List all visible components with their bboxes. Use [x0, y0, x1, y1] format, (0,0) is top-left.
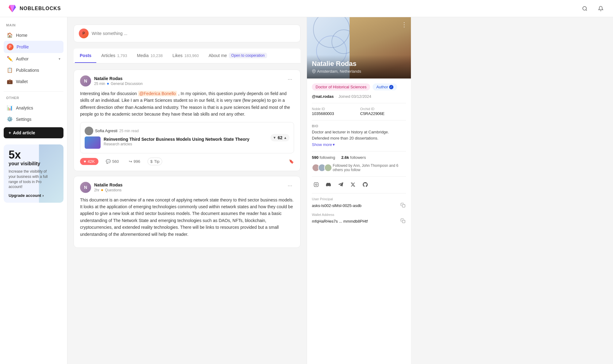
tab-about[interactable]: About me Open to cooperation [204, 48, 272, 63]
github-icon[interactable] [361, 180, 370, 189]
topbar: NOBLEBLOCKS [0, 0, 613, 17]
show-more-label: Show more [312, 142, 332, 147]
post-avatar-1: N [80, 75, 91, 86]
tab-articles-label: Articles [101, 53, 115, 58]
badges-row: Doctor of Historical Sciences Author ✓ [312, 83, 406, 90]
sidebar-main-label: MAIN [6, 23, 61, 27]
tip-label: Tip [154, 159, 160, 164]
copy-wallet-button[interactable] [400, 218, 406, 225]
profile-name: Natalie Rodas [312, 60, 406, 68]
tab-posts-label: Posts [80, 53, 91, 58]
right-panel-body: Doctor of Historical Sciences Author ✓ @… [307, 79, 411, 233]
user-principal-value-row: asks-ls002-slMsl-0025-asdb [312, 202, 406, 209]
comment-count-1: 560 [112, 159, 119, 164]
follower-avatars [312, 164, 330, 172]
copy-icon [400, 203, 405, 208]
post-author-name-1: Natalie Rodas [94, 76, 143, 81]
wallet-address-value-row: mfqHaRHes7s ... mmmdb8PHtf [312, 218, 406, 225]
promo-card: 5x your visibility Increase the visibili… [4, 144, 63, 203]
orchid-id-block: Orchid ID C5RA22906E [360, 107, 406, 116]
noble-id-block: Noble ID 1035680003 [312, 107, 358, 116]
like-button-1[interactable]: ♥ 42K [80, 158, 98, 165]
search-button[interactable] [580, 4, 590, 13]
twitter-icon[interactable] [349, 180, 357, 189]
heart-icon: ♥ [84, 159, 86, 164]
upgrade-link[interactable]: Upgrade account › [9, 193, 59, 198]
following-count: 590 [312, 155, 319, 160]
profile-header-menu-button[interactable]: ⋮ [401, 21, 407, 28]
wallet-address-value: mfqHaRHes7s ... mmmdb8PHtf [312, 219, 368, 224]
tab-articles-count: 1,793 [117, 53, 127, 58]
sidebar: MAIN 🏠 Home P Profile ✏️ Author ▾ 📋 Publ… [0, 17, 67, 364]
instagram-icon[interactable] [312, 180, 320, 189]
sidebar-item-profile[interactable]: P Profile [4, 41, 63, 53]
tip-button-1[interactable]: $ Tip [148, 158, 162, 165]
post-category-1: General Discussion [111, 82, 143, 86]
share-button-1[interactable]: ↪ 996 [126, 158, 143, 165]
copy-principal-button[interactable] [400, 202, 406, 209]
dot-separator: · [335, 94, 337, 99]
comment-button-1[interactable]: 💬 560 [103, 158, 121, 165]
tab-media[interactable]: Media 10,238 [132, 49, 168, 63]
tab-media-count: 10,238 [151, 53, 163, 58]
sidebar-item-wallet[interactable]: 💼 Wallet [4, 76, 63, 87]
sidebar-item-analytics[interactable]: 📊 Analytics [4, 102, 63, 113]
vote-up-button-1[interactable]: ▴ [284, 135, 286, 140]
app-name: NOBLEBLOCKS [20, 6, 61, 11]
post-time-1: 25 min [94, 82, 105, 86]
chevron-down-icon: ▾ [333, 142, 335, 147]
post-author-2: N Natalie Rodas 2hr Questions [80, 182, 123, 193]
tab-posts[interactable]: Posts [75, 49, 96, 63]
sidebar-item-author[interactable]: ✏️ Author ▾ [4, 53, 63, 64]
post-author-info-2: Natalie Rodas 2hr Questions [94, 182, 123, 192]
sidebar-profile-label: Profile [17, 44, 29, 49]
post-category-2: Questions [105, 188, 121, 192]
add-article-button[interactable]: + Add article [4, 127, 63, 138]
post-content-1: Interesting idea for discussion @Federic… [80, 90, 294, 118]
post-actions-1: ♥ 42K 💬 560 ↪ 996 $ Tip 🔖 [80, 158, 294, 165]
telegram-icon[interactable] [336, 180, 345, 189]
profile-icon: P [7, 44, 13, 50]
orchid-id-value: C5RA22906E [360, 111, 406, 116]
article-thumbnail-1 [85, 136, 101, 149]
chevron-down-icon: ▾ [59, 57, 60, 61]
vote-control-1: ▾ 62 ▴ [270, 134, 289, 141]
tab-articles[interactable]: Articles 1,793 [96, 49, 132, 63]
tab-media-label: Media [137, 53, 149, 58]
content-area: P Posts Articles 1,793 Media 10,238 Like… [67, 17, 307, 364]
sidebar-home-label: Home [16, 33, 27, 38]
post-more-button-2[interactable]: ··· [286, 182, 294, 190]
embedded-article-1[interactable]: Sofia Agresti 25 min read Reinventing Th… [80, 122, 294, 153]
sidebar-item-home[interactable]: 🏠 Home [4, 29, 63, 41]
tabs-bar: Posts Articles 1,793 Media 10,238 Likes … [74, 48, 301, 63]
mention-1: @Federica Bonello [138, 91, 177, 96]
write-input[interactable] [92, 31, 295, 36]
open-to-cooperation-badge: Open to cooperation [229, 53, 267, 58]
divider-5 [312, 193, 406, 193]
sidebar-wallet-label: Wallet [16, 79, 28, 84]
author-badge: Author ✓ [373, 83, 397, 90]
publications-icon: 📋 [7, 67, 13, 73]
svg-point-3 [583, 6, 586, 10]
home-icon: 🏠 [7, 32, 13, 38]
svg-rect-7 [402, 205, 405, 207]
share-icon: ↪ [129, 159, 132, 164]
sidebar-item-publications[interactable]: 📋 Publications [4, 64, 63, 76]
article-author-name-1: Sofia Agresti [95, 128, 117, 133]
notification-button[interactable] [596, 4, 606, 13]
show-more-button[interactable]: Show more ▾ [312, 142, 335, 147]
author-badge-label: Author [376, 85, 388, 89]
post-author-info-1: Natalie Rodas 25 min General Discussion [94, 76, 143, 86]
discord-icon[interactable] [324, 180, 333, 189]
following-label: following [320, 155, 335, 160]
social-icons [312, 180, 406, 189]
bookmark-button-1[interactable]: 🔖 [289, 159, 294, 164]
vote-down-button-1[interactable]: ▾ [274, 135, 276, 140]
user-principal-value: asks-ls002-slMsl-0025-asdb [312, 203, 362, 208]
sidebar-item-settings[interactable]: ⚙️ Settings [4, 113, 63, 125]
post-time-2: 2hr [94, 188, 99, 192]
promo-big-text: 5x [9, 149, 59, 160]
article-title-1: Reinventing Third Sector Business Models… [104, 136, 249, 142]
tab-likes[interactable]: Likes 183,960 [167, 49, 204, 63]
post-more-button-1[interactable]: ··· [286, 75, 294, 83]
